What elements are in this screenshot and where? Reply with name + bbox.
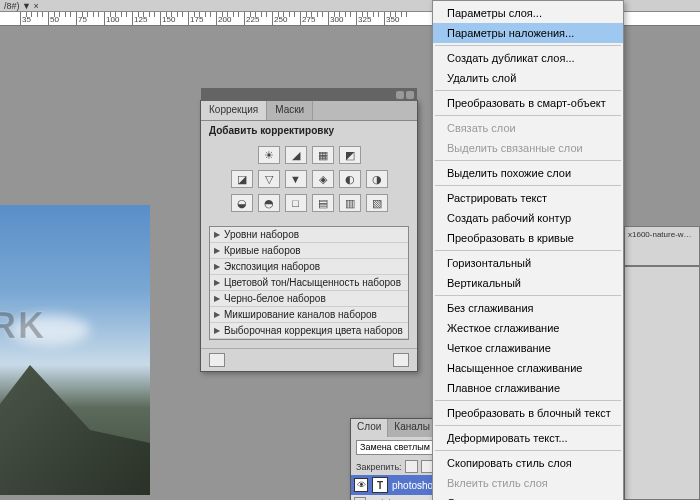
menu-separator <box>435 185 621 186</box>
menu-item[interactable]: Плавное сглаживание <box>433 378 623 398</box>
menu-item[interactable]: Преобразовать в кривые <box>433 228 623 248</box>
menu-item[interactable]: Выделить похожие слои <box>433 163 623 183</box>
mountain-graphic <box>0 365 150 495</box>
tab-channels[interactable]: Каналы <box>388 419 437 437</box>
preset-list: ▶Уровни наборов▶Кривые наборов▶Экспозици… <box>209 226 409 340</box>
adjustment-icon[interactable]: ☀ <box>258 146 280 164</box>
text-layer-icon[interactable]: T <box>372 477 388 493</box>
menu-item: Связать слои <box>433 118 623 138</box>
tab-masks[interactable]: Маски <box>267 101 313 120</box>
disclosure-arrow-icon: ▶ <box>214 310 220 319</box>
menu-item[interactable]: Без сглаживания <box>433 298 623 318</box>
adjustment-icon[interactable]: ◪ <box>231 170 253 188</box>
menu-separator <box>435 400 621 401</box>
adjustments-panel: Коррекция Маски Добавить корректировку ☀… <box>200 100 418 372</box>
menu-item[interactable]: Четкое сглаживание <box>433 338 623 358</box>
disclosure-arrow-icon: ▶ <box>214 246 220 255</box>
adjustment-icon[interactable]: ▥ <box>339 194 361 212</box>
menu-item[interactable]: Параметры слоя... <box>433 3 623 23</box>
ruler-tick: 275 <box>300 12 301 26</box>
preset-item[interactable]: ▶Экспозиция наборов <box>210 259 408 275</box>
ruler-tick: 325 <box>356 12 357 26</box>
tab-layers[interactable]: Слои <box>351 419 388 437</box>
disclosure-arrow-icon: ▶ <box>214 262 220 271</box>
ruler-tick: 175 <box>188 12 189 26</box>
preset-item[interactable]: ▶Кривые наборов <box>210 243 408 259</box>
menu-item[interactable]: Скопировать стиль слоя <box>433 453 623 473</box>
menu-separator <box>435 90 621 91</box>
ruler-tick: 35 <box>20 12 21 26</box>
menu-separator <box>435 295 621 296</box>
adjustment-icon-grid: ☀◢▦◩◪▽▼◈◐◑◒◓□▤▥▧ <box>201 140 417 222</box>
disclosure-arrow-icon: ▶ <box>214 326 220 335</box>
disclosure-arrow-icon: ▶ <box>214 230 220 239</box>
menu-item[interactable]: Растрировать текст <box>433 188 623 208</box>
menu-separator <box>435 45 621 46</box>
ruler-tick: 150 <box>160 12 161 26</box>
ruler-tick: 225 <box>244 12 245 26</box>
ruler-tick: 50 <box>48 12 49 26</box>
menu-item[interactable]: Жесткое сглаживание <box>433 318 623 338</box>
menu-item[interactable]: Создать рабочий контур <box>433 208 623 228</box>
adjustment-icon[interactable]: ▽ <box>258 170 280 188</box>
ruler-tick: 125 <box>132 12 133 26</box>
adjustment-icon[interactable]: ◩ <box>339 146 361 164</box>
menu-item[interactable]: Удалить слой <box>433 68 623 88</box>
menu-item: Вклеить стиль слоя <box>433 473 623 493</box>
menu-item[interactable]: Создать дубликат слоя... <box>433 48 623 68</box>
lock-transparency-icon[interactable] <box>405 460 418 473</box>
adjustment-icon[interactable]: ▦ <box>312 146 334 164</box>
menu-item[interactable]: Преобразовать в смарт-объект <box>433 93 623 113</box>
menu-item[interactable]: Преобразовать в блочный текст <box>433 403 623 423</box>
adjustment-icon[interactable]: ◢ <box>285 146 307 164</box>
footer-icon-left[interactable] <box>209 353 225 367</box>
canvas-text-layer[interactable]: ORK <box>0 305 46 347</box>
adjustment-icon[interactable]: ◐ <box>339 170 361 188</box>
menu-item[interactable]: Горизонтальный <box>433 253 623 273</box>
preset-label: Цветовой тон/Насыщенность наборов <box>224 277 401 288</box>
menu-separator <box>435 115 621 116</box>
adjustments-subtitle: Добавить корректировку <box>201 121 417 140</box>
preset-label: Уровни наборов <box>224 229 299 240</box>
mini-panel-right-2 <box>624 266 700 500</box>
preset-item[interactable]: ▶Цветовой тон/Насыщенность наборов <box>210 275 408 291</box>
adjustment-icon[interactable]: ▧ <box>366 194 388 212</box>
context-menu: Параметры слоя...Параметры наложения...С… <box>432 0 624 500</box>
adjustment-icon[interactable]: ◑ <box>366 170 388 188</box>
adjustment-icon[interactable]: ▤ <box>312 194 334 212</box>
menu-separator <box>435 425 621 426</box>
footer-icon-right[interactable] <box>393 353 409 367</box>
menu-item[interactable]: Очистить стиль слоя <box>433 493 623 500</box>
ruler-tick: 100 <box>104 12 105 26</box>
menu-separator <box>435 250 621 251</box>
canvas-image[interactable]: ORK <box>0 205 150 495</box>
adjustment-icon[interactable]: ▼ <box>285 170 307 188</box>
menu-item[interactable]: Вертикальный <box>433 273 623 293</box>
workspace: /8#) ▼ × 3550751001251501752002252502753… <box>0 0 700 500</box>
lock-label: Закрепить: <box>356 462 402 472</box>
disclosure-arrow-icon: ▶ <box>214 294 220 303</box>
panel-header-bar[interactable] <box>201 88 417 101</box>
panel-menu-icon[interactable] <box>396 91 404 99</box>
disclosure-arrow-icon: ▶ <box>214 278 220 287</box>
preset-item[interactable]: ▶Черно-белое наборов <box>210 291 408 307</box>
preset-label: Выборочная коррекция цвета наборов <box>224 325 403 336</box>
preset-item[interactable]: ▶Уровни наборов <box>210 227 408 243</box>
tab-correction[interactable]: Коррекция <box>201 101 267 120</box>
adjustment-icon[interactable]: ◓ <box>258 194 280 212</box>
adjustment-icon[interactable]: □ <box>285 194 307 212</box>
preset-label: Черно-белое наборов <box>224 293 326 304</box>
adjustment-icon[interactable]: ◈ <box>312 170 334 188</box>
menu-item[interactable]: Параметры наложения... <box>433 23 623 43</box>
panel-close-icon[interactable] <box>406 91 414 99</box>
menu-item: Выделить связанные слои <box>433 138 623 158</box>
visibility-icon[interactable]: 👁 <box>354 478 368 492</box>
mini-panel-right: x1600-nature-w… <box>624 226 700 266</box>
adjustment-icon[interactable]: ◒ <box>231 194 253 212</box>
menu-item[interactable]: Деформировать текст... <box>433 428 623 448</box>
preset-item[interactable]: ▶Микширование каналов наборов <box>210 307 408 323</box>
menu-item[interactable]: Насыщенное сглаживание <box>433 358 623 378</box>
preset-label: Экспозиция наборов <box>224 261 320 272</box>
preset-item[interactable]: ▶Выборочная коррекция цвета наборов <box>210 323 408 339</box>
preset-label: Микширование каналов наборов <box>224 309 377 320</box>
